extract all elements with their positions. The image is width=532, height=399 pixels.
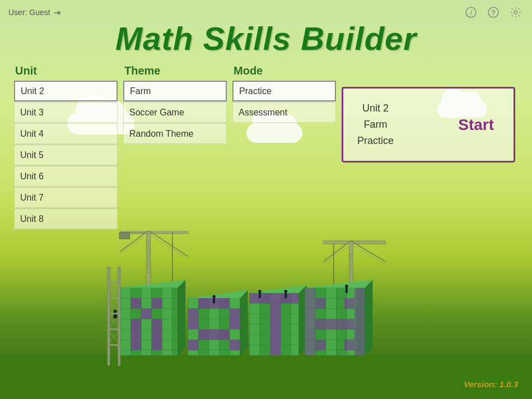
unit-item-7[interactable]: Unit 7: [14, 187, 118, 208]
unit-item-6[interactable]: Unit 6: [14, 166, 118, 187]
svg-point-145: [345, 285, 348, 288]
letter-T: [249, 285, 306, 355]
svg-rect-120: [259, 293, 261, 298]
svg-text:i: i: [470, 8, 473, 17]
svg-rect-56: [162, 287, 172, 355]
svg-rect-30: [114, 315, 115, 319]
svg-point-121: [284, 290, 288, 293]
theme-column: Theme Farm Soccer Game Random Theme: [123, 64, 227, 230]
svg-rect-72: [152, 340, 162, 350]
svg-rect-65: [152, 298, 162, 309]
mode-header: Mode: [232, 64, 336, 77]
svg-rect-116: [270, 345, 281, 356]
svg-rect-142: [344, 340, 354, 350]
svg-point-4: [514, 11, 517, 14]
svg-rect-27: [119, 233, 130, 239]
svg-point-28: [114, 309, 117, 313]
help-icon[interactable]: ?: [486, 4, 501, 20]
svg-rect-141: [315, 340, 326, 350]
svg-rect-137: [354, 287, 365, 355]
svg-rect-70: [152, 330, 162, 340]
svg-rect-57: [172, 287, 178, 355]
user-label: User: Guest: [8, 8, 50, 17]
svg-rect-99: [213, 298, 215, 303]
mode-item-practice[interactable]: Practice: [232, 81, 336, 101]
svg-rect-139: [315, 298, 326, 309]
svg-rect-71: [131, 340, 142, 350]
svg-rect-88: [219, 298, 230, 309]
math-scene: [0, 231, 532, 399]
selection-area: Unit Unit 2 Unit 3 Unit 4 Unit 5 Unit 6 …: [14, 64, 342, 230]
user-info: User: Guest ⇥: [8, 7, 60, 18]
svg-rect-91: [188, 319, 199, 330]
svg-rect-67: [131, 319, 142, 330]
svg-rect-113: [270, 314, 281, 324]
svg-line-37: [351, 244, 385, 264]
mode-item-assessment[interactable]: Assessment: [232, 102, 336, 123]
unit-header: Unit: [14, 64, 118, 77]
unit-item-2[interactable]: Unit 2: [14, 81, 118, 101]
svg-rect-112: [270, 303, 281, 314]
svg-rect-111: [249, 293, 301, 304]
svg-rect-69: [131, 330, 142, 340]
svg-rect-146: [346, 287, 348, 293]
unit-column: Unit Unit 2 Unit 3 Unit 4 Unit 5 Unit 6 …: [14, 64, 118, 230]
svg-rect-140: [344, 298, 354, 309]
version-text: Version: 1.0.3: [464, 379, 518, 389]
svg-marker-144: [305, 280, 373, 288]
start-info-theme: Farm: [364, 118, 388, 132]
start-info: Unit 2 Farm Practice: [357, 101, 394, 149]
svg-rect-92: [230, 319, 240, 330]
svg-rect-66: [141, 309, 152, 319]
settings-icon[interactable]: [508, 4, 524, 20]
svg-marker-97: [188, 290, 248, 298]
top-bar: User: Guest ⇥ i ?: [0, 4, 532, 20]
start-info-mode: Practice: [357, 134, 394, 148]
svg-point-98: [212, 295, 216, 298]
logout-icon[interactable]: ⇥: [53, 7, 60, 18]
theme-item-soccer[interactable]: Soccer Game: [123, 102, 227, 123]
letter-M: [120, 280, 185, 356]
svg-line-36: [323, 244, 351, 264]
start-panel: Unit 2 Farm Practice Start: [342, 87, 515, 163]
svg-rect-138: [315, 319, 354, 330]
unit-item-5[interactable]: Unit 5: [14, 145, 118, 165]
svg-marker-118: [249, 285, 306, 293]
svg-rect-136: [305, 287, 316, 355]
svg-text:?: ?: [491, 8, 496, 17]
letter-A: [188, 290, 248, 355]
svg-rect-52: [120, 287, 131, 355]
unit-item-3[interactable]: Unit 3: [14, 102, 118, 123]
svg-marker-74: [120, 280, 185, 288]
svg-rect-86: [198, 298, 209, 309]
svg-point-119: [258, 290, 262, 293]
svg-line-11: [148, 234, 188, 259]
svg-rect-95: [230, 340, 240, 350]
svg-rect-89: [188, 309, 199, 319]
mode-column: Mode Practice Assessment: [232, 64, 336, 230]
main-title: Math Skills Builder: [0, 20, 532, 57]
top-icons: i ?: [463, 4, 524, 20]
svg-rect-54: [141, 287, 152, 355]
svg-rect-93: [198, 330, 230, 340]
unit-item-4[interactable]: Unit 4: [14, 123, 118, 144]
theme-item-farm[interactable]: Farm: [123, 81, 227, 101]
svg-marker-73: [178, 280, 185, 356]
svg-marker-96: [240, 290, 248, 355]
start-info-unit: Unit 2: [362, 101, 389, 115]
svg-rect-122: [284, 293, 287, 298]
info-icon[interactable]: i: [463, 4, 479, 20]
svg-line-9: [148, 231, 188, 257]
svg-marker-143: [365, 280, 372, 356]
svg-rect-64: [131, 298, 142, 309]
svg-rect-90: [230, 309, 240, 319]
svg-rect-115: [270, 335, 281, 345]
theme-item-random[interactable]: Random Theme: [123, 123, 227, 144]
start-button[interactable]: Start: [452, 113, 500, 137]
letter-H: [305, 280, 373, 356]
svg-rect-94: [188, 340, 199, 350]
theme-header: Theme: [123, 64, 227, 77]
unit-item-8[interactable]: Unit 8: [14, 208, 118, 229]
math-illustration: [98, 231, 434, 371]
svg-rect-114: [270, 324, 281, 335]
